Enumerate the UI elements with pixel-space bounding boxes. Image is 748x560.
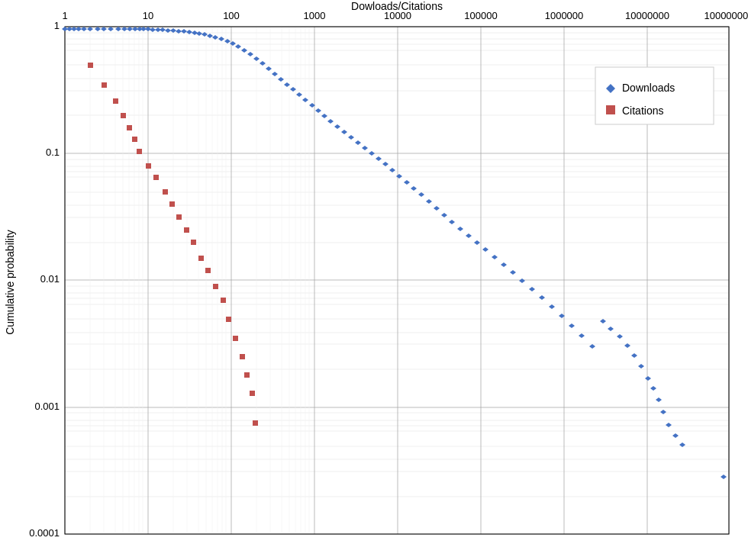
legend-citations-label: Citations [622,105,663,117]
citations-point [240,354,245,359]
citations-point [163,189,168,195]
citations-point [250,391,255,396]
x-tick-100000: 100000 [464,10,497,21]
y-tick-1: 1 [54,20,60,31]
x-axis-title: Dowloads/Citations [351,0,443,12]
x-tick-100: 100 [223,10,240,21]
citations-point [221,298,226,303]
citations-point [88,63,93,68]
citations-point [253,420,258,426]
y-tick-0001: 0.0001 [29,527,60,539]
x-tick-1: 1 [62,10,67,21]
citations-point [132,137,137,142]
chart-container: 1 10 100 1000 10000 100000 1000000 10000… [0,0,748,560]
y-tick-001: 0.001 [34,401,60,412]
citations-point [226,317,231,322]
legend-citations-icon [606,105,615,114]
citations-point [127,125,132,130]
y-axis-title: Cumulative probability [4,230,16,335]
legend-downloads-label: Downloads [622,82,675,94]
citations-point [176,214,182,220]
citations-point [198,256,204,261]
x-tick-1000000: 1000000 [545,10,584,21]
y-tick-1_tenth: 0.1 [46,146,60,158]
citations-point [102,82,107,88]
citations-point [121,113,126,118]
citations-point [233,336,238,341]
citations-point [205,268,211,273]
x-tick-1000: 1000 [304,10,326,21]
y-tick-01: 0.01 [40,273,60,285]
citations-point [244,372,250,378]
citations-point [213,284,218,289]
x-tick-10: 10 [143,10,153,21]
citations-point [184,227,189,233]
citations-point [153,175,159,180]
x-tick-100000000: 100000000 [704,10,748,21]
citations-point [169,201,175,207]
citations-point [113,98,118,104]
citations-point [146,163,151,169]
citations-point [191,240,196,245]
x-tick-10000000: 10000000 [625,10,669,21]
citations-point [137,149,142,154]
